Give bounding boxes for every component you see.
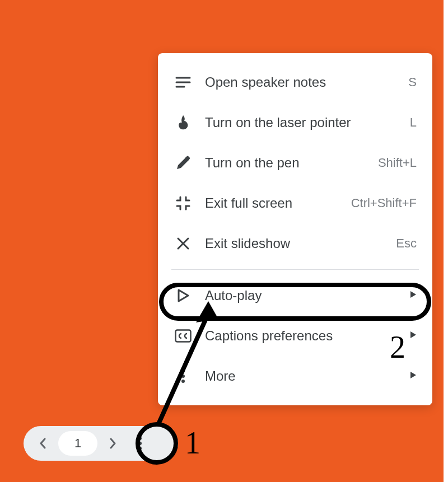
slideshow-options-menu: Open speaker notes S Turn on the laser p… — [158, 53, 432, 405]
menu-item-label: More — [193, 368, 410, 384]
annotation-step-1: 1 — [185, 427, 200, 458]
menu-item-label: Exit slideshow — [193, 236, 396, 251]
menu-item-label: Turn on the laser pointer — [193, 115, 410, 130]
menu-item-exit-slideshow[interactable]: Exit slideshow Esc — [158, 223, 432, 264]
svg-rect-6 — [176, 330, 191, 342]
menu-item-open-speaker-notes[interactable]: Open speaker notes S — [158, 62, 432, 102]
menu-item-laser-pointer[interactable]: Turn on the laser pointer L — [158, 102, 432, 143]
notes-icon — [174, 76, 193, 88]
menu-item-more[interactable]: More — [158, 356, 432, 396]
close-icon — [174, 237, 193, 250]
menu-item-shortcut: Shift+L — [378, 156, 417, 170]
menu-divider — [171, 269, 419, 270]
pen-icon — [174, 155, 193, 171]
page-edge — [444, 0, 448, 482]
menu-item-exit-full-screen[interactable]: Exit full screen Ctrl+Shift+F — [158, 183, 432, 223]
next-slide-button[interactable] — [102, 432, 124, 455]
menu-item-shortcut: Esc — [396, 236, 417, 251]
more-vert-icon — [174, 369, 193, 383]
slide-number-display[interactable]: 1 — [58, 431, 97, 456]
cc-icon — [174, 329, 193, 343]
svg-point-10 — [138, 437, 142, 440]
svg-point-12 — [138, 447, 142, 450]
menu-item-auto-play[interactable]: Auto-play — [158, 275, 432, 316]
svg-point-7 — [181, 369, 185, 373]
menu-item-captions-preferences[interactable]: Captions preferences — [158, 316, 432, 356]
presenter-toolbar: 1 — [24, 426, 178, 461]
svg-point-9 — [181, 380, 185, 383]
menu-item-shortcut: L — [410, 115, 417, 130]
submenu-arrow-icon — [410, 291, 417, 301]
play-outline-icon — [174, 288, 193, 303]
menu-item-label: Turn on the pen — [193, 155, 378, 171]
menu-item-label: Auto-play — [193, 288, 410, 303]
exit-full-icon — [174, 195, 193, 211]
submenu-arrow-icon — [410, 371, 417, 381]
menu-item-label: Open speaker notes — [193, 74, 408, 90]
menu-item-shortcut: S — [408, 75, 417, 90]
menu-item-label: Captions preferences — [193, 328, 410, 344]
menu-item-label: Exit full screen — [193, 195, 351, 211]
more-options-button[interactable] — [129, 432, 151, 455]
svg-point-8 — [181, 375, 185, 378]
submenu-arrow-icon — [410, 331, 417, 341]
laser-icon — [174, 114, 193, 131]
menu-item-pen[interactable]: Turn on the pen Shift+L — [158, 143, 432, 183]
svg-point-11 — [138, 442, 142, 445]
previous-slide-button[interactable] — [31, 432, 54, 455]
menu-item-shortcut: Ctrl+Shift+F — [351, 196, 417, 210]
slide-number-value: 1 — [74, 436, 81, 451]
